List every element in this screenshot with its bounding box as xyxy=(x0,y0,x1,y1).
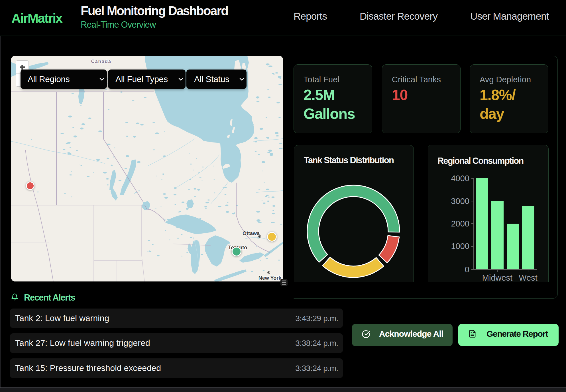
svg-text:Midwest: Midwest xyxy=(482,273,512,282)
svg-text:Ottawa: Ottawa xyxy=(243,230,260,236)
svg-text:3000: 3000 xyxy=(451,197,469,206)
svg-text:New York: New York xyxy=(258,275,282,281)
svg-text:Canada: Canada xyxy=(91,59,111,64)
svg-text:2000: 2000 xyxy=(451,219,469,228)
svg-text:1000: 1000 xyxy=(451,242,469,251)
svg-text:4000: 4000 xyxy=(451,174,469,183)
svg-text:0: 0 xyxy=(465,265,469,274)
svg-text:West: West xyxy=(519,273,538,282)
